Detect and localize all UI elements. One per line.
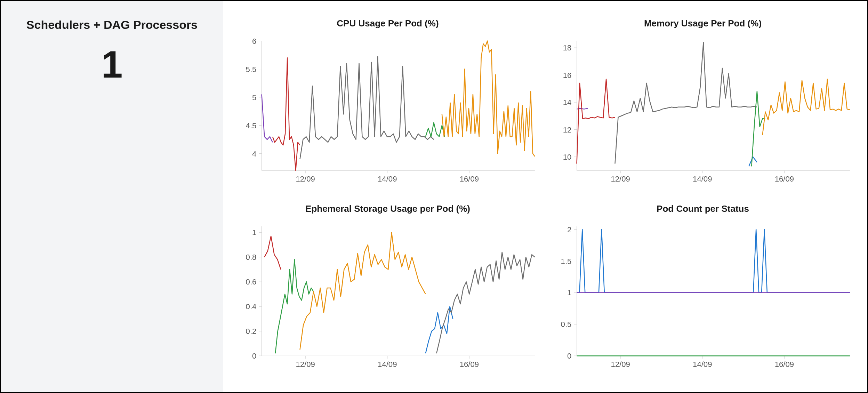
- y-tick-label: 1: [567, 288, 571, 297]
- series-line-gray: [436, 252, 535, 353]
- series-line-red: [264, 236, 281, 270]
- charts-grid: CPU Usage Per Pod (%) 44.555.5612/0914/0…: [223, 1, 867, 392]
- y-tick-label: 5: [252, 93, 256, 102]
- sidebar-count-value: 1: [11, 42, 213, 86]
- chart-podcount: Pod Count per Status 00.511.5212/0914/09…: [552, 203, 853, 375]
- sidebar-title: Schedulers + DAG Processors: [11, 18, 213, 32]
- x-tick-label: 12/09: [296, 360, 315, 369]
- series-line-purple: [262, 94, 272, 142]
- chart-mem: Memory Usage Per Pod (%) 101214161812/09…: [552, 18, 853, 190]
- y-tick-label: 6: [252, 37, 256, 46]
- y-tick-label: 5.5: [246, 65, 257, 74]
- series-line-green: [275, 259, 314, 353]
- x-tick-label: 16/09: [460, 360, 479, 369]
- chart-storage: Ephemeral Storage Usage per Pod (%) 00.2…: [237, 203, 538, 375]
- y-tick-label: 16: [563, 71, 572, 80]
- y-tick-label: 1.5: [561, 257, 572, 266]
- x-tick-label: 14/09: [378, 360, 397, 369]
- y-tick-label: 0.2: [246, 327, 257, 336]
- x-tick-label: 16/09: [460, 175, 479, 183]
- series-line-blue: [426, 306, 453, 353]
- x-tick-label: 12/09: [611, 360, 630, 369]
- y-tick-label: 0: [252, 352, 256, 360]
- chart-svg-podcount[interactable]: 00.511.5212/0914/0916/09: [552, 221, 853, 375]
- y-tick-label: 0.8: [246, 253, 257, 262]
- series-line-orange: [763, 79, 850, 135]
- chart-title: CPU Usage Per Pod (%): [337, 18, 439, 29]
- x-tick-label: 14/09: [693, 360, 712, 369]
- y-tick-label: 1: [252, 228, 256, 237]
- x-tick-label: 14/09: [693, 175, 712, 183]
- chart-svg-cpu[interactable]: 44.555.5612/0914/0916/09: [237, 36, 538, 190]
- chart-cpu: CPU Usage Per Pod (%) 44.555.5612/0914/0…: [237, 18, 538, 190]
- y-tick-label: 0.4: [246, 302, 257, 311]
- y-tick-label: 0: [567, 352, 571, 360]
- y-tick-label: 0.5: [561, 320, 572, 329]
- chart-title: Memory Usage Per Pod (%): [644, 18, 762, 29]
- series-line-green: [426, 122, 445, 136]
- series-line-red: [273, 58, 300, 170]
- y-tick-label: 4: [252, 150, 256, 158]
- chart-title: Ephemeral Storage Usage per Pod (%): [305, 203, 470, 214]
- series-line-red: [577, 79, 615, 163]
- chart-title: Pod Count per Status: [657, 203, 749, 214]
- sidebar-panel: Schedulers + DAG Processors 1: [1, 1, 223, 392]
- series-line-blue: [577, 230, 850, 293]
- x-tick-label: 16/09: [775, 175, 794, 183]
- y-tick-label: 12: [563, 126, 572, 134]
- y-tick-label: 4.5: [246, 121, 257, 130]
- x-tick-label: 14/09: [378, 175, 397, 183]
- chart-svg-storage[interactable]: 00.20.40.60.8112/0914/0916/09: [237, 221, 538, 375]
- y-tick-label: 2: [567, 225, 571, 234]
- series-line-gray: [300, 57, 434, 159]
- series-line-orange: [442, 41, 535, 157]
- series-line-gray: [615, 42, 757, 163]
- y-tick-label: 18: [563, 43, 572, 52]
- x-tick-label: 16/09: [775, 360, 794, 369]
- x-tick-label: 12/09: [296, 175, 315, 183]
- series-line-orange: [300, 232, 425, 350]
- x-tick-label: 12/09: [611, 175, 630, 183]
- y-tick-label: 14: [563, 98, 572, 107]
- y-tick-label: 10: [563, 153, 572, 161]
- chart-svg-mem[interactable]: 101214161812/0914/0916/09: [552, 36, 853, 190]
- y-tick-label: 0.6: [246, 278, 257, 286]
- series-line-blue: [749, 157, 757, 166]
